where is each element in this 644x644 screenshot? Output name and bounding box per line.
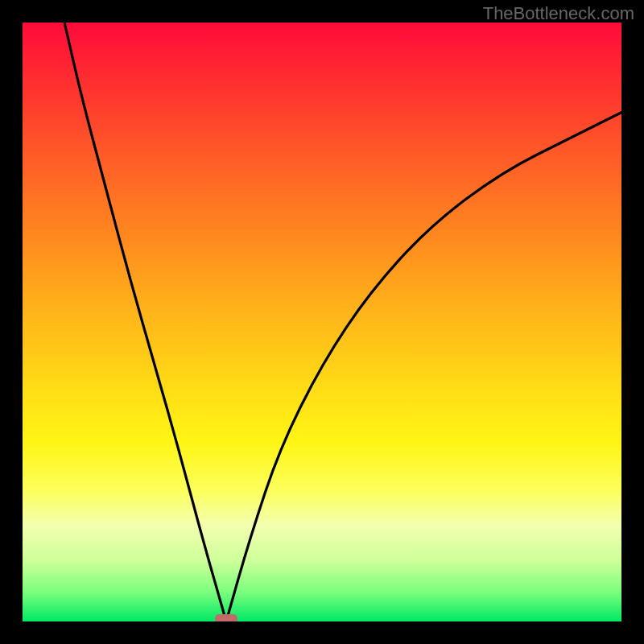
curve-right <box>226 113 621 621</box>
watermark-text: TheBottleneck.com <box>483 3 634 24</box>
curve-left <box>64 23 226 621</box>
curve-svg <box>23 23 621 621</box>
min-marker <box>215 614 237 621</box>
chart-frame: TheBottleneck.com <box>0 0 644 644</box>
plot-area <box>23 23 621 621</box>
